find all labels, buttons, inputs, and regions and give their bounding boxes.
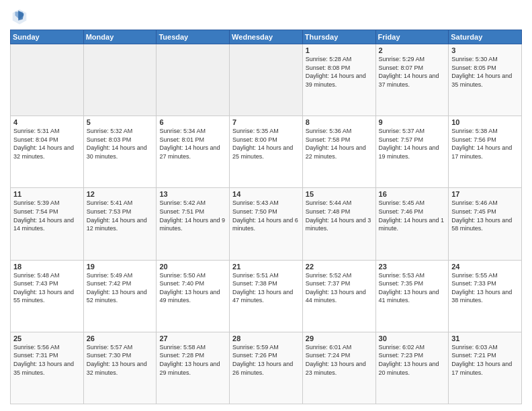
calendar-header: SundayMondayTuesdayWednesdayThursdayFrid… [11, 30, 522, 44]
cell-info: Sunrise: 5:49 AMSunset: 7:42 PMDaylight:… [87, 271, 154, 305]
calendar-cell: 26 Sunrise: 5:57 AMSunset: 7:30 PMDaylig… [83, 332, 157, 404]
header-day-tuesday: Tuesday [157, 30, 230, 44]
cell-day: 31 [451, 334, 519, 342]
calendar-cell: 28 Sunrise: 5:59 AMSunset: 7:26 PMDaylig… [230, 332, 303, 404]
calendar-cell: 2 Sunrise: 5:29 AMSunset: 8:07 PMDayligh… [375, 44, 449, 116]
cell-day: 8 [306, 118, 373, 126]
cell-day: 11 [13, 190, 81, 198]
cell-day: 28 [232, 334, 300, 342]
cell-day: 19 [87, 263, 154, 271]
cell-day: 2 [379, 46, 446, 54]
cell-day: 26 [87, 334, 154, 342]
cell-day: 6 [159, 118, 226, 126]
calendar-table: SundayMondayTuesdayWednesdayThursdayFrid… [10, 30, 522, 404]
cell-day: 14 [232, 190, 300, 198]
calendar-cell: 21 Sunrise: 5:51 AMSunset: 7:38 PMDaylig… [230, 260, 303, 332]
header-day-wednesday: Wednesday [230, 30, 303, 44]
cell-info: Sunrise: 5:57 AMSunset: 7:30 PMDaylight:… [87, 343, 154, 377]
calendar-cell: 23 Sunrise: 5:53 AMSunset: 7:35 PMDaylig… [375, 260, 449, 332]
calendar-cell: 12 Sunrise: 5:41 AMSunset: 7:53 PMDaylig… [83, 188, 157, 260]
calendar-cell: 18 Sunrise: 5:48 AMSunset: 7:43 PMDaylig… [11, 260, 84, 332]
week-row-3: 11 Sunrise: 5:39 AMSunset: 7:54 PMDaylig… [11, 188, 522, 260]
calendar-cell: 6 Sunrise: 5:34 AMSunset: 8:01 PMDayligh… [157, 116, 230, 188]
calendar-cell: 29 Sunrise: 6:01 AMSunset: 7:24 PMDaylig… [302, 332, 375, 404]
cell-info: Sunrise: 5:55 AMSunset: 7:33 PMDaylight:… [451, 271, 519, 305]
cell-info: Sunrise: 5:32 AMSunset: 8:03 PMDaylight:… [87, 127, 154, 161]
cell-day: 13 [159, 190, 226, 198]
cell-day: 30 [379, 334, 446, 342]
cell-info: Sunrise: 6:03 AMSunset: 7:21 PMDaylight:… [451, 343, 519, 377]
calendar-cell: 7 Sunrise: 5:35 AMSunset: 8:00 PMDayligh… [230, 116, 303, 188]
cell-day: 17 [451, 190, 519, 198]
logo [10, 7, 32, 26]
calendar-cell: 31 Sunrise: 6:03 AMSunset: 7:21 PMDaylig… [449, 332, 522, 404]
week-row-1: 1 Sunrise: 5:28 AMSunset: 8:08 PMDayligh… [11, 44, 522, 116]
cell-day: 29 [306, 334, 373, 342]
calendar-cell [230, 44, 303, 116]
cell-info: Sunrise: 5:28 AMSunset: 8:08 PMDaylight:… [306, 55, 373, 89]
calendar-cell: 30 Sunrise: 6:02 AMSunset: 7:23 PMDaylig… [375, 332, 449, 404]
week-row-2: 4 Sunrise: 5:31 AMSunset: 8:04 PMDayligh… [11, 116, 522, 188]
cell-info: Sunrise: 5:29 AMSunset: 8:07 PMDaylight:… [379, 55, 446, 89]
cell-info: Sunrise: 5:43 AMSunset: 7:50 PMDaylight:… [232, 199, 300, 232]
cell-info: Sunrise: 5:45 AMSunset: 7:46 PMDaylight:… [379, 199, 446, 232]
cell-info: Sunrise: 5:48 AMSunset: 7:43 PMDaylight:… [13, 271, 81, 305]
cell-day: 9 [379, 118, 446, 126]
calendar-cell: 13 Sunrise: 5:42 AMSunset: 7:51 PMDaylig… [157, 188, 230, 260]
calendar-cell: 19 Sunrise: 5:49 AMSunset: 7:42 PMDaylig… [83, 260, 157, 332]
cell-day: 23 [379, 263, 446, 271]
cell-day: 18 [13, 263, 81, 271]
cell-info: Sunrise: 6:02 AMSunset: 7:23 PMDaylight:… [379, 343, 446, 377]
cell-info: Sunrise: 5:34 AMSunset: 8:01 PMDaylight:… [159, 127, 226, 161]
calendar-body: 1 Sunrise: 5:28 AMSunset: 8:08 PMDayligh… [11, 44, 522, 404]
cell-info: Sunrise: 6:01 AMSunset: 7:24 PMDaylight:… [306, 343, 373, 377]
cell-day: 22 [306, 263, 373, 271]
calendar-cell: 17 Sunrise: 5:46 AMSunset: 7:45 PMDaylig… [449, 188, 522, 260]
cell-info: Sunrise: 5:38 AMSunset: 7:56 PMDaylight:… [451, 127, 519, 161]
cell-day: 1 [306, 46, 373, 54]
calendar-cell: 20 Sunrise: 5:50 AMSunset: 7:40 PMDaylig… [157, 260, 230, 332]
calendar-cell: 14 Sunrise: 5:43 AMSunset: 7:50 PMDaylig… [230, 188, 303, 260]
header-day-thursday: Thursday [302, 30, 375, 44]
header-day-saturday: Saturday [449, 30, 522, 44]
cell-day: 27 [159, 334, 226, 342]
calendar-cell: 3 Sunrise: 5:30 AMSunset: 8:05 PMDayligh… [449, 44, 522, 116]
calendar-cell: 1 Sunrise: 5:28 AMSunset: 8:08 PMDayligh… [302, 44, 375, 116]
logo-icon [10, 7, 29, 26]
cell-day: 24 [451, 263, 519, 271]
cell-day: 7 [232, 118, 300, 126]
calendar-cell: 9 Sunrise: 5:37 AMSunset: 7:57 PMDayligh… [375, 116, 449, 188]
cell-day: 15 [306, 190, 373, 198]
cell-info: Sunrise: 5:58 AMSunset: 7:28 PMDaylight:… [159, 343, 226, 377]
cell-info: Sunrise: 5:44 AMSunset: 7:48 PMDaylight:… [306, 199, 373, 232]
calendar-cell: 5 Sunrise: 5:32 AMSunset: 8:03 PMDayligh… [83, 116, 157, 188]
header [10, 7, 522, 26]
calendar-cell: 15 Sunrise: 5:44 AMSunset: 7:48 PMDaylig… [302, 188, 375, 260]
header-day-sunday: Sunday [11, 30, 84, 44]
calendar-cell: 10 Sunrise: 5:38 AMSunset: 7:56 PMDaylig… [449, 116, 522, 188]
cell-info: Sunrise: 5:51 AMSunset: 7:38 PMDaylight:… [232, 271, 300, 305]
header-row: SundayMondayTuesdayWednesdayThursdayFrid… [11, 30, 522, 44]
cell-info: Sunrise: 5:42 AMSunset: 7:51 PMDaylight:… [159, 199, 226, 232]
calendar-cell: 22 Sunrise: 5:52 AMSunset: 7:37 PMDaylig… [302, 260, 375, 332]
cell-info: Sunrise: 5:50 AMSunset: 7:40 PMDaylight:… [159, 271, 226, 305]
cell-info: Sunrise: 5:39 AMSunset: 7:54 PMDaylight:… [13, 199, 81, 232]
calendar-cell: 4 Sunrise: 5:31 AMSunset: 8:04 PMDayligh… [11, 116, 84, 188]
calendar-cell: 16 Sunrise: 5:45 AMSunset: 7:46 PMDaylig… [375, 188, 449, 260]
calendar-cell [83, 44, 157, 116]
cell-info: Sunrise: 5:36 AMSunset: 7:58 PMDaylight:… [306, 127, 373, 161]
calendar-cell: 24 Sunrise: 5:55 AMSunset: 7:33 PMDaylig… [449, 260, 522, 332]
cell-day: 21 [232, 263, 300, 271]
cell-day: 10 [451, 118, 519, 126]
cell-info: Sunrise: 5:52 AMSunset: 7:37 PMDaylight:… [306, 271, 373, 305]
calendar-cell [11, 44, 84, 116]
cell-info: Sunrise: 5:35 AMSunset: 8:00 PMDaylight:… [232, 127, 300, 161]
cell-day: 3 [451, 46, 519, 54]
cell-info: Sunrise: 5:53 AMSunset: 7:35 PMDaylight:… [379, 271, 446, 305]
cell-info: Sunrise: 5:31 AMSunset: 8:04 PMDaylight:… [13, 127, 81, 161]
calendar-cell: 8 Sunrise: 5:36 AMSunset: 7:58 PMDayligh… [302, 116, 375, 188]
cell-info: Sunrise: 5:37 AMSunset: 7:57 PMDaylight:… [379, 127, 446, 161]
cell-day: 16 [379, 190, 446, 198]
cell-info: Sunrise: 5:41 AMSunset: 7:53 PMDaylight:… [87, 199, 154, 232]
cell-day: 4 [13, 118, 81, 126]
